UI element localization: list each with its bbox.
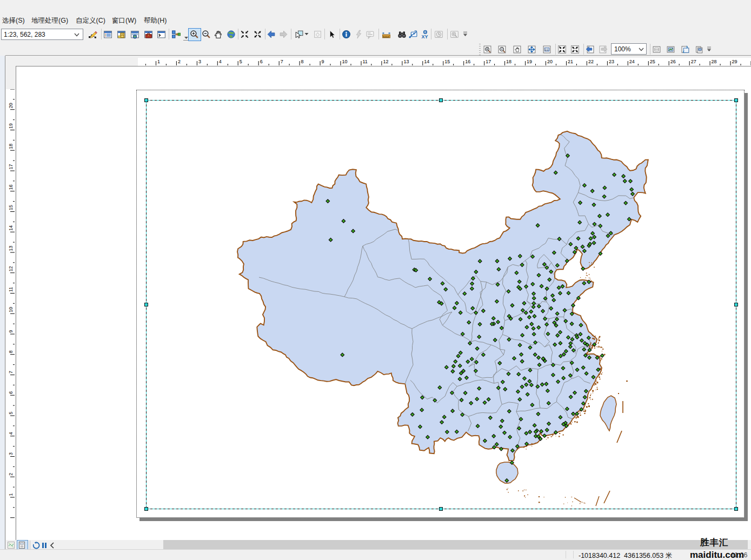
svg-text:10: 10 (342, 59, 348, 64)
svg-text:4: 4 (8, 432, 14, 435)
svg-text:19: 19 (8, 123, 14, 129)
svg-text:19: 19 (527, 59, 532, 64)
svg-text:21: 21 (568, 59, 573, 64)
svg-text:12: 12 (383, 59, 388, 64)
svg-text:14: 14 (424, 59, 429, 64)
svg-text:16: 16 (465, 59, 470, 64)
svg-text:1: 1 (8, 493, 14, 496)
svg-text:11: 11 (8, 287, 14, 292)
svg-text:18: 18 (8, 144, 14, 149)
svg-text:14: 14 (8, 225, 14, 231)
svg-text:27: 27 (691, 59, 696, 64)
svg-text:2: 2 (8, 473, 14, 476)
svg-text:22: 22 (588, 59, 594, 64)
svg-text:3: 3 (198, 59, 201, 64)
svg-text:18: 18 (506, 59, 511, 64)
svg-text:17: 17 (8, 164, 14, 169)
svg-text:7: 7 (281, 59, 283, 64)
svg-text:25: 25 (650, 59, 655, 64)
svg-text:29: 29 (732, 59, 737, 64)
svg-text:23: 23 (609, 59, 614, 64)
svg-text:8: 8 (8, 350, 14, 353)
svg-text:12: 12 (8, 266, 14, 271)
svg-text:4: 4 (219, 59, 222, 64)
svg-text:6: 6 (260, 59, 263, 64)
svg-text:16: 16 (8, 184, 14, 190)
svg-text:17: 17 (486, 59, 491, 64)
svg-text:11: 11 (363, 59, 368, 64)
svg-text:9: 9 (8, 330, 14, 332)
svg-text:1: 1 (157, 59, 160, 64)
svg-text:7: 7 (8, 371, 14, 374)
svg-text:8: 8 (301, 59, 304, 64)
svg-text:9: 9 (322, 59, 324, 64)
svg-text:5: 5 (8, 411, 14, 414)
svg-text:13: 13 (8, 245, 14, 251)
svg-text:1:1: 1:1 (545, 49, 549, 51)
svg-text:10: 10 (8, 307, 14, 312)
svg-text:20: 20 (8, 103, 14, 108)
svg-text:2: 2 (178, 59, 181, 64)
svg-text:3: 3 (8, 452, 14, 455)
svg-text:28: 28 (712, 59, 717, 64)
svg-text:6: 6 (8, 391, 14, 394)
svg-text:13: 13 (403, 59, 409, 64)
svg-text:XY: XY (422, 34, 428, 39)
svg-text:15: 15 (444, 59, 450, 64)
svg-text:26: 26 (670, 59, 676, 64)
svg-text:20: 20 (547, 59, 553, 64)
svg-text:5: 5 (240, 59, 242, 64)
svg-text:24: 24 (629, 59, 635, 64)
svg-text:15: 15 (8, 205, 14, 210)
